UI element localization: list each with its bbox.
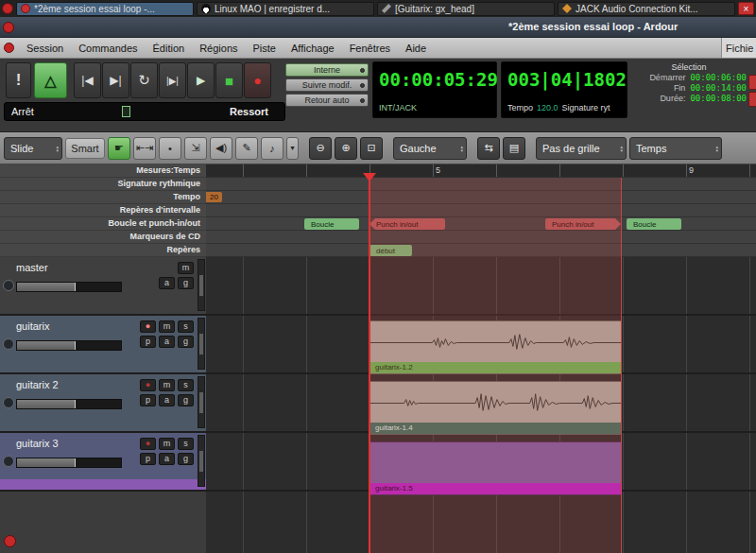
- punch-in-marker[interactable]: Punch in/out: [369, 218, 445, 230]
- record-arm-button[interactable]: ●: [140, 379, 156, 391]
- tempo-ruler[interactable]: 20: [206, 191, 756, 204]
- snap-mode-button[interactable]: ⇆: [477, 137, 500, 160]
- track-height-scrollbar[interactable]: [198, 435, 205, 487]
- loop-punch-ruler[interactable]: Boucle Punch in/out Punch in/out Boucle: [206, 217, 756, 231]
- solo-alert-badge[interactable]: [748, 75, 756, 90]
- track-name[interactable]: master: [16, 262, 48, 273]
- bars-beats-ruler[interactable]: 5 9: [206, 164, 756, 178]
- follow-edits-toggle[interactable]: Suivre modif.: [285, 78, 369, 92]
- shuttle-handle[interactable]: [122, 106, 130, 117]
- location-marker-ruler[interactable]: début: [206, 244, 756, 257]
- shuttle-control[interactable]: Arrêt Ressort: [4, 102, 285, 121]
- track-height-scrollbar[interactable]: [198, 259, 205, 311]
- zoom-focus-select[interactable]: Gauche ▴▾: [393, 137, 467, 160]
- loop-button[interactable]: ↻: [130, 62, 158, 98]
- automation-button[interactable]: a: [159, 453, 175, 465]
- window-titlebar[interactable]: *2ème session essai loop - Ardour: [0, 17, 756, 38]
- selection-end-value[interactable]: 00:00:14:00: [690, 83, 747, 93]
- taskbar-window-ardour[interactable]: *2ème session essai loop -...: [16, 2, 194, 16]
- menu-aide[interactable]: Aide: [398, 40, 434, 57]
- gain-fader[interactable]: [16, 458, 122, 468]
- menu-piste[interactable]: Piste: [246, 40, 284, 57]
- primary-clock[interactable]: 00:00:05:29 INT/JACK: [372, 61, 497, 118]
- play-button[interactable]: ▶: [187, 62, 215, 98]
- cd-marker-ruler[interactable]: [206, 231, 756, 244]
- tab-fichier[interactable]: Fichie: [721, 38, 756, 58]
- location-marker-debut[interactable]: début: [369, 245, 412, 256]
- tempo-marker[interactable]: 20: [206, 192, 222, 202]
- range-ruler[interactable]: [206, 204, 756, 217]
- scrollbar-handle[interactable]: [199, 392, 203, 413]
- audition-alert-badge[interactable]: [748, 92, 756, 107]
- gain-fader[interactable]: [16, 282, 122, 292]
- midi-panic-button[interactable]: !: [6, 62, 31, 98]
- group-button[interactable]: g: [178, 453, 194, 465]
- track-lane-master[interactable]: [206, 257, 756, 316]
- ruler-label-tempo[interactable]: Tempo: [0, 191, 206, 204]
- group-button[interactable]: g: [178, 336, 194, 348]
- audio-region[interactable]: guitarix-1.5: [369, 441, 622, 495]
- track-header-guitarix-2[interactable]: guitarix 2 ● m s p a g: [0, 374, 206, 433]
- grid-type-select[interactable]: Temps ▴▾: [629, 137, 722, 160]
- follow-edits-button[interactable]: △: [34, 62, 67, 98]
- play-range-button[interactable]: |▶|: [159, 62, 186, 98]
- track-name[interactable]: guitarix 2: [16, 379, 59, 390]
- ruler-label-loop-punch[interactable]: Boucle et punch-in/out: [0, 217, 206, 231]
- zoom-out-button[interactable]: ⊖: [309, 137, 332, 160]
- punch-out-marker[interactable]: Punch in/out: [545, 218, 621, 230]
- taskbar-window-guitarix[interactable]: [Guitarix: gx_head]: [377, 2, 555, 16]
- cut-tool-button[interactable]: •: [159, 137, 181, 160]
- track-header-guitarix-3[interactable]: guitarix 3 ● m s p a g: [0, 433, 206, 492]
- menu-affichage[interactable]: Affichage: [284, 40, 342, 57]
- track-header-guitarix[interactable]: guitarix ● m s p a g: [0, 316, 206, 374]
- zoom-in-button[interactable]: ⊕: [335, 137, 357, 160]
- menu-fenetres[interactable]: Fenêtres: [342, 40, 398, 57]
- solo-button[interactable]: s: [178, 379, 194, 391]
- track-name[interactable]: guitarix 3: [16, 438, 59, 449]
- goto-end-button[interactable]: ▶|: [102, 62, 129, 98]
- playhead[interactable]: [369, 174, 370, 553]
- loop-marker[interactable]: Boucle: [304, 218, 359, 230]
- secondary-clock[interactable]: 003|04|1802 Tempo 120.0 Signature ryt: [501, 61, 627, 118]
- audio-region[interactable]: guitarix-1.4: [369, 381, 622, 435]
- record-arm-button[interactable]: ●: [140, 320, 156, 333]
- edit-mode-select[interactable]: Slide ▴▾: [4, 137, 62, 160]
- ruler-label-ranges[interactable]: Repères d'intervalle: [0, 204, 206, 217]
- group-button[interactable]: g: [178, 277, 194, 289]
- audio-region[interactable]: guitarix-1.2: [369, 320, 622, 374]
- playlist-button[interactable]: p: [140, 394, 156, 406]
- loop-marker[interactable]: Boucle: [627, 218, 681, 230]
- scrollbar-handle[interactable]: [199, 451, 203, 472]
- smart-mode-button[interactable]: Smart: [65, 138, 105, 159]
- mute-button[interactable]: m: [159, 438, 175, 450]
- note-edit-tool-button[interactable]: ♪: [261, 137, 284, 160]
- ruler-label-bars-beats[interactable]: Mesures:Temps: [0, 164, 206, 178]
- ruler-label-markers[interactable]: Repères: [0, 244, 206, 257]
- gain-fader[interactable]: [16, 340, 122, 351]
- gain-fader[interactable]: [16, 399, 122, 409]
- mute-button[interactable]: m: [178, 262, 194, 274]
- chevron-down-icon[interactable]: ▾: [286, 137, 299, 160]
- automation-button[interactable]: a: [159, 394, 175, 406]
- menu-commandes[interactable]: Commandes: [71, 40, 145, 57]
- track-header-master[interactable]: master m a g: [0, 257, 206, 316]
- draw-tool-button[interactable]: ✎: [235, 137, 258, 160]
- playlist-button[interactable]: p: [140, 453, 156, 465]
- record-arm-button[interactable]: ●: [140, 438, 156, 450]
- ruler-label-cd-markers[interactable]: Marqueurs de CD: [0, 231, 206, 244]
- meter-ruler[interactable]: [206, 178, 756, 191]
- track-height-scrollbar[interactable]: [198, 376, 205, 428]
- scrollbar-handle[interactable]: [199, 334, 203, 354]
- grid-mode-select[interactable]: Pas de grille ▴▾: [536, 137, 627, 160]
- solo-button[interactable]: s: [178, 438, 194, 450]
- track-height-scrollbar[interactable]: [198, 318, 205, 370]
- automation-button[interactable]: a: [159, 277, 175, 289]
- stop-button[interactable]: ■: [215, 62, 243, 98]
- audition-tool-button[interactable]: ◀): [210, 137, 232, 160]
- grid-display-button[interactable]: ▤: [503, 137, 525, 160]
- menu-regions[interactable]: Régions: [192, 40, 245, 57]
- goto-start-button[interactable]: |◀: [74, 62, 101, 98]
- selection-start-value[interactable]: 00:00:06:00: [690, 73, 747, 82]
- mute-button[interactable]: m: [159, 379, 175, 391]
- zoom-fit-button[interactable]: ⊡: [360, 137, 383, 160]
